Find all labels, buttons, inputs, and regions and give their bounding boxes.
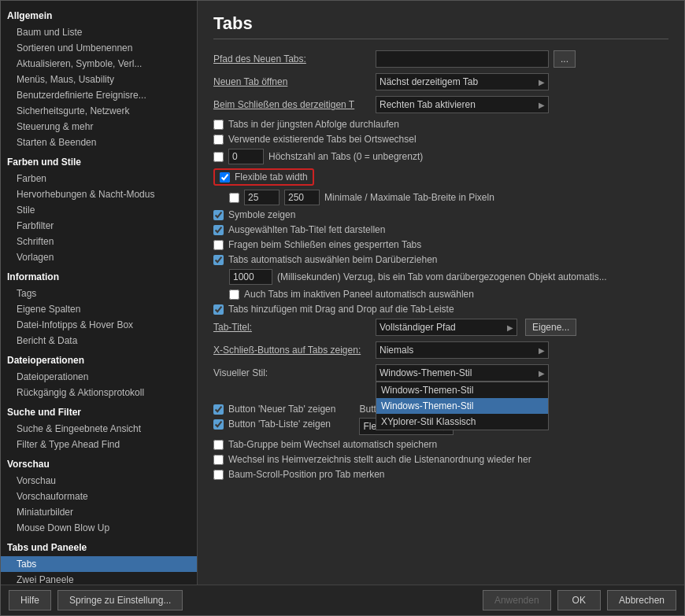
flexible-label: Flexible tab width xyxy=(235,172,308,183)
sidebar-item-benutzerdefinierte[interactable]: Benutzerdefinierte Ereignisre... xyxy=(1,87,197,103)
path-input[interactable] xyxy=(376,50,549,68)
close-tab-value: Rechten Tab aktivieren xyxy=(380,99,476,110)
cancel-button[interactable]: Abbrechen xyxy=(607,590,676,610)
new-tab-row: Neuen Tab öffnen Nächst derzeitigem Tab … xyxy=(213,73,668,90)
close-btn-dropdown[interactable]: Niemals ▶ xyxy=(376,341,549,359)
bold-row: Ausgewählten Tab-Titel fett darstellen xyxy=(213,224,668,235)
ok-button[interactable]: OK xyxy=(557,590,601,610)
home-label: Wechsel ins Heimverzeichnis stellt auch … xyxy=(228,454,531,465)
tab-title-label: Tab-Titel: xyxy=(213,322,371,333)
max-tabs-label: Höchstzahl an Tabs (0 = unbegrenzt) xyxy=(268,151,423,162)
check2-checkbox[interactable] xyxy=(213,135,224,145)
bottom-bar-left: Hilfe Springe zu Einstellung... xyxy=(9,590,183,610)
path-label: Pfad des Neuen Tabs: xyxy=(213,53,371,65)
sidebar-item-eigene-spalten[interactable]: Eigene Spalten xyxy=(1,301,197,317)
delay-input[interactable] xyxy=(229,269,272,285)
new-tab-btn-label: Button 'Neuer Tab' zeigen xyxy=(228,404,335,415)
sidebar-item-bericht[interactable]: Bericht & Data xyxy=(1,333,197,349)
sidebar-item-filter[interactable]: Filter & Type Ahead Find xyxy=(1,437,197,452)
scroll-checkbox[interactable] xyxy=(213,470,224,480)
delay-row: (Millisekunden) Verzug, bis ein Tab vom … xyxy=(229,269,668,285)
visual-option-1[interactable]: Windows-Themen-Stil xyxy=(376,398,548,414)
max-tabs-input[interactable] xyxy=(228,149,264,164)
flexible-row-container: Flexible tab width xyxy=(213,168,668,186)
max-width-input[interactable] xyxy=(284,190,320,205)
sidebar-item-sortieren[interactable]: Sortieren und Umbenennen xyxy=(1,40,197,56)
delay-label: (Millisekunden) Verzug, bis ein Tab vom … xyxy=(277,271,607,282)
tab-list-btn-checkbox[interactable] xyxy=(213,419,224,430)
tab-title-value: Vollständiger Pfad xyxy=(380,322,456,333)
sidebar-item-datei-infotipps[interactable]: Datei-Infotipps & Hover Box xyxy=(1,317,197,333)
check1-label: Tabs in der jüngsten Abfolge durchlaufen xyxy=(228,119,399,130)
scroll-label: Baum-Scroll-Position pro Tab merken xyxy=(228,469,385,480)
category-vorschau: Vorschau xyxy=(1,456,197,473)
sidebar-item-vorlagen[interactable]: Vorlagen xyxy=(1,249,197,265)
new-tab-btn-checkbox[interactable] xyxy=(213,404,224,415)
jump-button[interactable]: Springe zu Einstellung... xyxy=(57,590,183,610)
bold-checkbox[interactable] xyxy=(213,225,224,235)
tab-title-dropdown[interactable]: Vollständiger Pfad ▶ xyxy=(376,319,517,336)
dialog-body: Allgemein Baum und Liste Sortieren und U… xyxy=(1,1,684,585)
flexible-checkbox[interactable] xyxy=(220,172,230,183)
visual-style-dropdown[interactable]: Windows-Themen-Stil ▶ xyxy=(376,364,549,382)
close-btn-arrow-icon: ▶ xyxy=(539,346,545,355)
inactive-checkbox[interactable] xyxy=(229,290,239,300)
sidebar-item-baum[interactable]: Baum und Liste xyxy=(1,24,197,40)
drag-label: Tabs hinzufügen mit Drag and Drop auf di… xyxy=(228,304,454,315)
sidebar-item-vorschau[interactable]: Vorschau xyxy=(1,473,197,489)
sidebar-item-schriften[interactable]: Schriften xyxy=(1,234,197,249)
visual-style-arrow-icon: ▶ xyxy=(539,369,545,378)
category-allgemein: Allgemein xyxy=(1,7,197,24)
sidebar-item-tabs[interactable]: Tabs xyxy=(1,556,197,572)
sidebar-item-sicherheit[interactable]: Sicherheitsgurte, Netzwerk xyxy=(1,103,197,119)
custom-button[interactable]: Eigene... xyxy=(525,319,576,336)
drag-checkbox[interactable] xyxy=(213,304,224,315)
close-btn-row: X-Schließ-Buttons auf Tabs zeigen: Niema… xyxy=(213,341,668,359)
min-width-input[interactable] xyxy=(244,190,280,205)
sidebar-item-dateiop[interactable]: Dateioperationen xyxy=(1,369,197,385)
sidebar-item-menus[interactable]: Menüs, Maus, Usability xyxy=(1,72,197,87)
inactive-label: Auch Tabs im inaktiven Paneel automatisc… xyxy=(244,289,474,300)
sidebar-item-steuerung[interactable]: Steuerung & mehr xyxy=(1,119,197,135)
sidebar-item-stile[interactable]: Stile xyxy=(1,202,197,218)
visual-option-0[interactable]: Windows-Themen-Stil xyxy=(376,382,548,398)
sidebar-item-farben[interactable]: Farben xyxy=(1,171,197,186)
category-dateioperationen: Dateioperationen xyxy=(1,352,197,369)
button-checks-col: Button 'Neuer Tab' zeigen Button 'Tab-Li… xyxy=(213,404,335,435)
sidebar-item-hervorhebungen[interactable]: Hervorhebungen & Nacht-Modus xyxy=(1,186,197,202)
category-information: Information xyxy=(1,268,197,286)
sidebar-item-rueckgaengig[interactable]: Rückgängig & Aktionsprotokoll xyxy=(1,385,197,400)
home-checkbox[interactable] xyxy=(213,455,224,465)
sidebar-item-miniaturbilder[interactable]: Miniaturbilder xyxy=(1,504,197,520)
check1-checkbox[interactable] xyxy=(213,120,224,130)
sidebar-item-tags[interactable]: Tags xyxy=(1,286,197,301)
main-content: Tabs Pfad des Neuen Tabs: ... Neuen Tab … xyxy=(198,1,684,585)
close-tab-dropdown[interactable]: Rechten Tab aktivieren ▶ xyxy=(376,96,549,113)
group-save-label: Tab-Gruppe beim Wechsel automatisch spei… xyxy=(228,439,437,450)
symbols-checkbox[interactable] xyxy=(213,210,224,220)
sidebar-item-mousedown[interactable]: Mouse Down Blow Up xyxy=(1,520,197,536)
scroll-row: Baum-Scroll-Position pro Tab merken xyxy=(213,469,668,480)
ask-close-checkbox[interactable] xyxy=(213,240,224,250)
close-btn-label: X-Schließ-Buttons auf Tabs zeigen: xyxy=(213,345,371,356)
flexible-highlighted: Flexible tab width xyxy=(213,168,314,186)
sidebar-item-zwei-paneele[interactable]: Zwei Paneele xyxy=(1,572,197,585)
sidebar-item-aktualisieren[interactable]: Aktualisieren, Symbole, Verl... xyxy=(1,56,197,72)
category-farben: Farben und Stile xyxy=(1,153,197,171)
tab-title-row: Tab-Titel: Vollständiger Pfad ▶ Eigene..… xyxy=(213,319,668,336)
browse-button[interactable]: ... xyxy=(554,50,576,68)
ask-close-row: Fragen beim Schließen eines gesperrten T… xyxy=(213,239,668,250)
new-tab-dropdown[interactable]: Nächst derzeitigem Tab ▶ xyxy=(376,73,549,90)
auto-select-checkbox[interactable] xyxy=(213,255,224,265)
sidebar-item-starten[interactable]: Starten & Beenden xyxy=(1,135,197,150)
sidebar-item-vorschauformate[interactable]: Vorschauformate xyxy=(1,489,197,504)
minmax-checkbox[interactable] xyxy=(229,193,239,203)
apply-button[interactable]: Anwenden xyxy=(483,590,551,610)
max-tabs-checkbox[interactable] xyxy=(213,152,224,162)
help-button[interactable]: Hilfe xyxy=(9,590,51,610)
visual-option-2[interactable]: XYplorer-Stil Klassisch xyxy=(376,414,548,430)
group-save-checkbox[interactable] xyxy=(213,440,224,450)
sidebar-item-farbfilter[interactable]: Farbfilter xyxy=(1,218,197,234)
path-row: Pfad des Neuen Tabs: ... xyxy=(213,50,668,68)
sidebar-item-suche[interactable]: Suche & Eingeebnete Ansicht xyxy=(1,421,197,437)
